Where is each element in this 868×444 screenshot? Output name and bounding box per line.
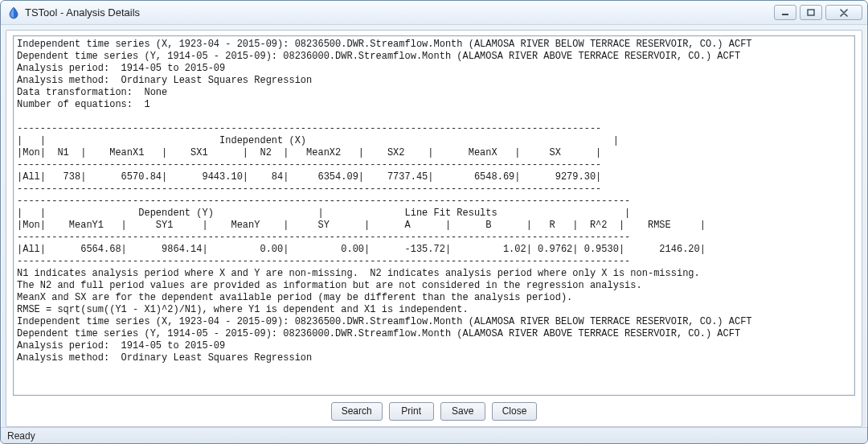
- search-button[interactable]: Search: [331, 402, 383, 421]
- button-row: Search Print Save Close: [6, 401, 862, 421]
- minimize-icon: [781, 10, 789, 16]
- window-title: TSTool - Analysis Details: [25, 6, 771, 18]
- app-window: TSTool - Analysis Details Independent ti…: [0, 0, 868, 444]
- maximize-icon: [807, 9, 815, 16]
- minimize-button[interactable]: [774, 5, 796, 20]
- close-window-button[interactable]: [825, 5, 862, 20]
- status-bar: Ready: [1, 427, 867, 443]
- maximize-button[interactable]: [800, 5, 822, 20]
- print-button[interactable]: Print: [389, 402, 434, 421]
- close-button[interactable]: Close: [492, 402, 538, 421]
- report-text[interactable]: Independent time series (X, 1923-04 - 20…: [14, 36, 854, 395]
- report-panel: Independent time series (X, 1923-04 - 20…: [13, 35, 855, 396]
- window-buttons: [771, 5, 862, 20]
- client-area: Independent time series (X, 1923-04 - 20…: [6, 30, 862, 427]
- svg-rect-0: [782, 14, 788, 15]
- save-button[interactable]: Save: [440, 402, 485, 421]
- close-icon: [839, 9, 849, 17]
- status-text: Ready: [7, 430, 35, 442]
- app-icon: [7, 6, 20, 19]
- svg-rect-1: [808, 10, 814, 15]
- titlebar[interactable]: TSTool - Analysis Details: [1, 1, 867, 25]
